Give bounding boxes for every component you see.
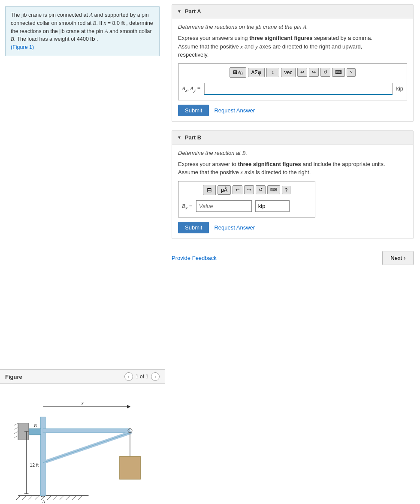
vec-btn[interactable]: vec bbox=[281, 68, 296, 77]
footer-row: Provide Feedback Next › bbox=[172, 247, 414, 269]
svg-line-10 bbox=[72, 496, 76, 500]
svg-text:12 ft: 12 ft bbox=[30, 462, 39, 468]
part-b-answer-box: ⊟ μÅ ↩ ↪ ↺ ⌨ ? Bx = bbox=[178, 181, 315, 217]
svg-line-3 bbox=[28, 496, 33, 500]
grid-btn[interactable]: ⊟ bbox=[203, 185, 216, 195]
figure-title: Figure bbox=[5, 374, 124, 380]
svg-text:x: x bbox=[81, 401, 84, 405]
figure-next-btn[interactable]: › bbox=[151, 372, 160, 381]
undo-btn-b[interactable]: ↩ bbox=[233, 185, 242, 194]
part-a-title: Part A bbox=[185, 8, 201, 15]
keyboard-btn-b[interactable]: ⌨ bbox=[267, 185, 280, 194]
part-b-toolbar: ⊟ μÅ ↩ ↪ ↺ ⌨ ? bbox=[182, 185, 311, 195]
svg-line-20 bbox=[14, 436, 18, 438]
part-a-instructions: Express your answers using three signifi… bbox=[178, 34, 407, 59]
svg-line-19 bbox=[14, 432, 18, 434]
part-a-answer-box: ⊞√0 AΣφ ↕ vec ↩ ↪ ↺ ⌨ ? Ax, Ay = kip bbox=[178, 63, 407, 100]
part-a-arrow: ▼ bbox=[177, 9, 181, 14]
figure-pagination: 1 of 1 bbox=[136, 374, 148, 380]
svg-line-2 bbox=[22, 496, 27, 500]
part-b-section: ▼ Part B Determine the reaction at B. Ex… bbox=[172, 130, 414, 239]
part-b-header[interactable]: ▼ Part B bbox=[172, 131, 413, 145]
figure-nav: ‹ 1 of 1 › bbox=[124, 372, 160, 381]
refresh-btn-a[interactable]: ↺ bbox=[320, 68, 330, 77]
figure-header: Figure ‹ 1 of 1 › bbox=[0, 370, 165, 384]
figure-section: Figure ‹ 1 of 1 › bbox=[0, 369, 165, 504]
problem-text: The jib crane is pin connected at A and … bbox=[5, 6, 160, 56]
svg-text:B: B bbox=[34, 423, 37, 428]
next-label: Next › bbox=[390, 255, 405, 261]
part-b-value-input[interactable] bbox=[196, 200, 252, 212]
next-button[interactable]: Next › bbox=[382, 251, 414, 265]
part-a-label: Determine the reactions on the jib crane… bbox=[178, 24, 407, 30]
part-b-input-label: Bx = bbox=[182, 202, 193, 210]
svg-line-6 bbox=[47, 496, 51, 500]
part-b-submit[interactable]: Submit bbox=[178, 222, 209, 233]
feedback-link[interactable]: Provide Feedback bbox=[172, 255, 217, 261]
part-a-button-row: Submit Request Answer bbox=[178, 105, 407, 116]
figure-image: B x 12 ft bbox=[3, 384, 162, 504]
help-btn-b[interactable]: ? bbox=[282, 186, 290, 194]
svg-text:A: A bbox=[42, 499, 45, 504]
part-a-header[interactable]: ▼ Part A bbox=[172, 5, 413, 18]
part-b-unit-input[interactable] bbox=[255, 200, 290, 212]
svg-line-7 bbox=[53, 496, 57, 500]
svg-line-11 bbox=[78, 496, 82, 500]
part-b-input-row: Bx = bbox=[182, 199, 311, 214]
figure-prev-btn[interactable]: ‹ bbox=[124, 372, 133, 381]
svg-line-4 bbox=[35, 496, 39, 500]
keyboard-btn-a[interactable]: ⌨ bbox=[332, 68, 345, 77]
svg-line-9 bbox=[66, 496, 70, 500]
part-a-request[interactable]: Request Answer bbox=[214, 107, 255, 114]
sigma-btn[interactable]: AΣφ bbox=[248, 68, 265, 77]
part-b-label: Determine the reaction at B. bbox=[178, 150, 407, 157]
part-a-body: Determine the reactions on the jib crane… bbox=[172, 18, 413, 121]
part-a-input-label: Ax, Ay = bbox=[182, 85, 201, 93]
part-a-toolbar: ⊞√0 AΣφ ↕ vec ↩ ↪ ↺ ⌨ ? bbox=[182, 67, 403, 78]
part-b-request[interactable]: Request Answer bbox=[214, 224, 255, 231]
crane-diagram: B x 12 ft bbox=[3, 384, 162, 504]
refresh-btn-b[interactable]: ↺ bbox=[256, 185, 266, 194]
svg-line-1 bbox=[16, 496, 21, 500]
part-a-input-row: Ax, Ay = kip bbox=[182, 81, 403, 97]
figure-link[interactable]: (Figure 1) bbox=[11, 44, 34, 50]
part-b-body: Determine the reaction at B. Express you… bbox=[172, 145, 413, 238]
svg-rect-14 bbox=[28, 429, 41, 435]
svg-line-8 bbox=[60, 496, 64, 500]
undo-btn-a[interactable]: ↩ bbox=[297, 68, 307, 77]
arrows-btn[interactable]: ↕ bbox=[266, 68, 279, 77]
svg-rect-22 bbox=[43, 429, 130, 433]
part-b-instructions: Express your answer to three significant… bbox=[178, 160, 407, 177]
svg-rect-27 bbox=[120, 456, 140, 479]
part-a-input[interactable] bbox=[204, 83, 393, 95]
part-a-section: ▼ Part A Determine the reactions on the … bbox=[172, 4, 414, 122]
svg-line-17 bbox=[14, 423, 18, 426]
fraction-btn[interactable]: ⊞√0 bbox=[230, 67, 246, 78]
part-b-title: Part B bbox=[185, 134, 201, 141]
mu-btn[interactable]: μÅ bbox=[218, 185, 231, 195]
redo-btn-a[interactable]: ↪ bbox=[309, 68, 319, 77]
svg-line-18 bbox=[14, 427, 18, 429]
svg-line-24 bbox=[43, 433, 130, 463]
part-a-unit: kip bbox=[396, 85, 403, 92]
part-b-arrow: ▼ bbox=[177, 135, 181, 140]
part-b-button-row: Submit Request Answer bbox=[178, 222, 407, 233]
redo-btn-b[interactable]: ↪ bbox=[244, 185, 254, 194]
part-a-submit[interactable]: Submit bbox=[178, 105, 209, 116]
help-btn-a[interactable]: ? bbox=[347, 68, 355, 77]
